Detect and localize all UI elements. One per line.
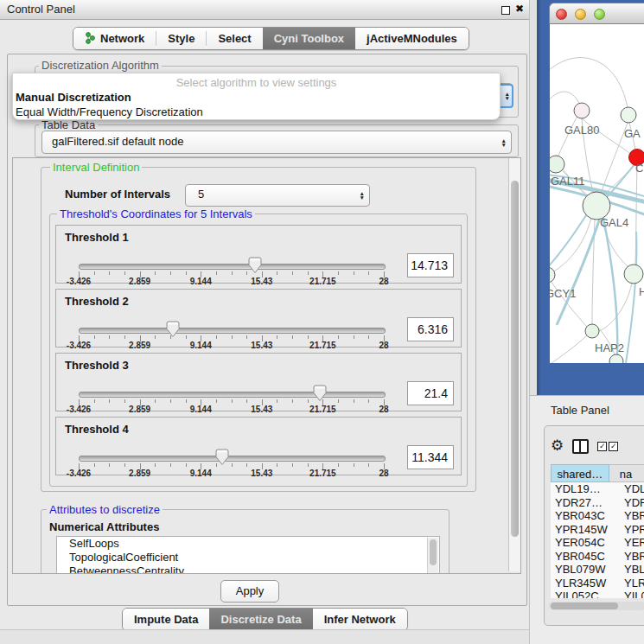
tab-style[interactable]: Style <box>156 28 206 49</box>
tick-mark <box>338 399 339 403</box>
table-row[interactable]: YDL19…YDL1 <box>551 482 644 496</box>
network-canvas[interactable]: GAL80GACGAL11GAL4GCY1HHAP2 <box>550 24 644 363</box>
column-header-shared[interactable]: shared… <box>551 464 609 482</box>
cell-shared-name[interactable]: YER054C <box>551 536 621 550</box>
cell-shared-name[interactable]: YPR145W <box>551 523 621 537</box>
table-row[interactable]: YER054CYER0 <box>551 536 644 550</box>
checkbox-checked-icon[interactable]: ✓ <box>609 442 618 451</box>
tick-mark <box>232 463 233 467</box>
threshold-value-field[interactable]: 21.4 <box>407 381 454 405</box>
vertical-scrollbar-thumb[interactable] <box>511 181 519 537</box>
cell-name[interactable]: YDL1 <box>621 482 644 496</box>
threshold-slider[interactable]: -3.4262.8599.14415.4321.71528 <box>79 388 384 411</box>
slider-track[interactable] <box>79 328 386 334</box>
float-window-icon[interactable] <box>501 6 510 15</box>
cell-name[interactable]: YLR3 <box>621 577 644 590</box>
attribute-item-selfloops[interactable]: SelfLoops <box>57 537 439 551</box>
close-traffic-light-icon[interactable] <box>556 9 567 20</box>
threshold-panel: Threshold 1 -3.4262.8599.14415.4321.7152… <box>55 225 462 284</box>
tick-label: 15.43 <box>251 277 272 286</box>
number-of-intervals-combobox[interactable]: 5 ▲▼ <box>185 184 370 207</box>
close-icon[interactable]: ✖ <box>515 3 524 15</box>
tab-impute-data[interactable]: Impute Data <box>123 609 209 630</box>
split-columns-icon[interactable] <box>572 439 589 454</box>
tick-label: -3.426 <box>67 405 91 414</box>
apply-button[interactable]: Apply <box>220 580 279 603</box>
network-node-hap2[interactable] <box>585 324 599 338</box>
horizontal-scrollbar[interactable] <box>549 602 644 610</box>
slider-track[interactable] <box>79 264 386 270</box>
tick-label: 28 <box>379 277 388 286</box>
cell-shared-name[interactable]: YIL052C <box>551 590 621 598</box>
table-row[interactable]: YIL052CYIL0 <box>551 590 644 598</box>
checkbox-checked-icon[interactable]: ✓ <box>597 442 607 451</box>
zoom-traffic-light-icon[interactable] <box>594 9 605 20</box>
network-node-gal80[interactable] <box>574 103 590 118</box>
tab-jactivemnodules[interactable]: jActiveMNodules <box>355 28 469 49</box>
cell-name[interactable]: YBR0 <box>621 550 644 564</box>
threshold-slider[interactable]: -3.4262.8599.14415.4321.71528 <box>79 452 384 475</box>
tab-infer-network[interactable]: Infer Network <box>313 609 407 630</box>
network-node-h[interactable] <box>624 265 643 284</box>
cell-shared-name[interactable]: YBR045C <box>551 550 621 564</box>
table-row[interactable]: YDR27…YDR2 <box>551 496 644 510</box>
threshold-slider[interactable]: -3.4262.8599.14415.4321.71528 <box>79 260 384 283</box>
tick-mark <box>170 271 171 275</box>
slider-track[interactable] <box>79 392 386 398</box>
network-window-titlebar[interactable] <box>549 3 644 24</box>
attribute-item-topologicalcoefficient[interactable]: TopologicalCoefficient <box>57 551 439 564</box>
table-row[interactable]: YBR045CYBR0 <box>551 550 644 564</box>
cell-name[interactable]: YBL0 <box>621 563 644 577</box>
network-edge[interactable] <box>552 335 587 363</box>
tick-mark <box>170 335 171 339</box>
network-edge[interactable] <box>550 218 591 277</box>
slider-track[interactable] <box>79 456 386 462</box>
network-node[interactable] <box>609 354 623 363</box>
tick-mark <box>186 463 187 467</box>
network-edge[interactable] <box>603 218 617 356</box>
network-node-gal11[interactable] <box>550 156 564 173</box>
network-graph[interactable]: GAL80GACGAL11GAL4GCY1HHAP2 <box>550 24 644 363</box>
horizontal-scrollbar-thumb[interactable] <box>551 603 618 609</box>
network-node-gcy1[interactable] <box>550 267 555 283</box>
threshold-value-field[interactable]: 14.713 <box>407 253 454 277</box>
gear-icon[interactable]: ⚙ <box>551 437 564 455</box>
cell-shared-name[interactable]: YLR345W <box>551 577 621 590</box>
vertical-scrollbar[interactable] <box>508 158 520 571</box>
tab-select[interactable]: Select <box>207 28 262 49</box>
tab-discretize-data[interactable]: Discretize Data <box>209 609 312 630</box>
table-row[interactable]: YBL079WYBL0 <box>551 563 644 577</box>
cell-shared-name[interactable]: YBL079W <box>551 563 621 577</box>
table-row[interactable]: YPR145WYPR1 <box>551 523 644 537</box>
numerical-attributes-list[interactable]: SelfLoopsTopologicalCoefficientBetweenne… <box>56 536 440 574</box>
network-edge[interactable] <box>603 164 634 195</box>
network-edge[interactable] <box>558 116 577 157</box>
column-header-name[interactable]: na <box>609 464 644 482</box>
tab-cyni-toolbox[interactable]: Cyni Toolbox <box>263 28 355 49</box>
cell-name[interactable]: YPR1 <box>621 523 644 537</box>
threshold-slider[interactable]: -3.4262.8599.14415.4321.71528 <box>79 324 384 347</box>
network-node-ga[interactable] <box>621 107 636 123</box>
tab-network[interactable]: Network <box>73 28 156 49</box>
list-scrollbar[interactable] <box>427 538 438 573</box>
table-data-combobox[interactable]: galFiltered.sif default node ▲▼ <box>41 131 512 154</box>
cell-name[interactable]: YBR0 <box>621 509 644 523</box>
threshold-value-field[interactable]: 11.344 <box>407 445 454 469</box>
tick-mark <box>246 463 247 467</box>
cell-name[interactable]: YER0 <box>621 536 644 550</box>
network-edge[interactable] <box>550 58 628 108</box>
cell-shared-name[interactable]: YDR27… <box>551 496 621 510</box>
algorithm-option-equal-width-frequency-discretization[interactable]: Equal Width/Frequency Discretization <box>13 105 500 119</box>
table-row[interactable]: YBR043CYBR0 <box>551 509 644 523</box>
minimize-traffic-light-icon[interactable] <box>575 9 586 20</box>
threshold-value-field[interactable]: 6.316 <box>407 317 454 341</box>
table-row[interactable]: YLR345WYLR3 <box>551 577 644 590</box>
cell-shared-name[interactable]: YDL19… <box>551 482 621 496</box>
list-scrollbar-thumb[interactable] <box>430 539 437 565</box>
control-panel-titlebar[interactable]: Control Panel ✖ <box>0 0 529 20</box>
attribute-item-betweennesscentrality[interactable]: BetweennessCentrality <box>57 564 439 574</box>
cell-shared-name[interactable]: YBR043C <box>551 509 621 523</box>
cell-name[interactable]: YIL0 <box>621 590 644 598</box>
algorithm-option-manual-discretization[interactable]: Manual Discretization <box>13 90 500 105</box>
cell-name[interactable]: YDR2 <box>621 496 644 510</box>
